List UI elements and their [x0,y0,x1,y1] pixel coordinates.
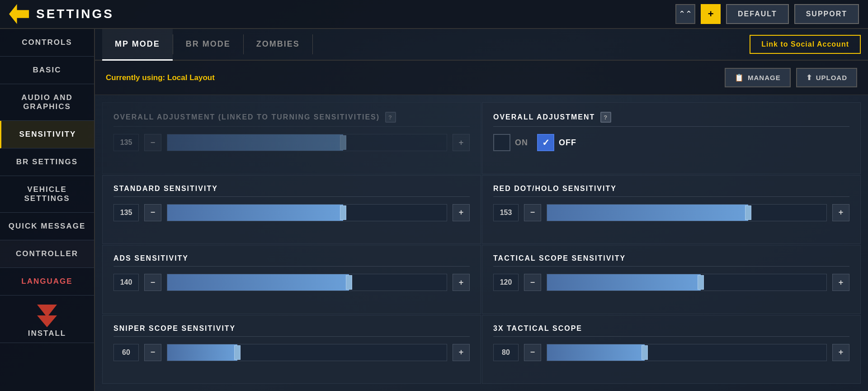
sniper-scope-title: SNIPER SCOPE SENSITIVITY [113,324,470,337]
red-dot-sensitivity-panel: RED DOT/HOLO SENSITIVITY 153 − + [482,175,861,244]
tactical-3x-slider-handle [642,345,648,360]
overall-right-title: OVERALL ADJUSTMENT ? [493,112,849,127]
toggle-on-label: ON [515,138,528,148]
layout-actions: 📋 MANAGE ⬆ UPLOAD [725,68,857,87]
chevron-up-icon[interactable]: ⌃⌃ [675,4,695,24]
tactical-scope-value: 120 [493,274,519,291]
ads-slider-row: 140 − + [113,274,470,291]
ads-slider-track[interactable] [167,274,447,291]
tactical-3x-slider-track[interactable] [547,344,827,361]
ads-sensitivity-panel: ADS SENSITIVITY 140 − + [102,245,481,314]
standard-value: 135 [113,204,139,221]
overall-adjustment-right-panel: OVERALL ADJUSTMENT ? ON ✓ OFF [482,102,861,174]
ads-minus-button[interactable]: − [144,274,161,291]
tactical-3x-slider-row: 80 − + [493,344,849,361]
toggle-off-checkbox[interactable]: ✓ [537,134,554,151]
toggle-on-checkbox[interactable] [493,134,510,151]
tactical-scope-plus-button[interactable]: + [832,274,849,291]
overall-left-slider-track[interactable] [167,134,447,151]
red-dot-slider-row: 153 − + [493,204,849,221]
tactical-scope-minus-button[interactable]: − [524,274,541,291]
sidebar-item-quick-message[interactable]: QUICK MESSAGE [0,213,94,240]
toggle-on-option: ON [493,134,528,151]
top-bar: SETTINGS ⌃⌃ + DEFAULT SUPPORT [0,0,868,29]
tactical-3x-title: 3x TACTICAL SCOPE [493,324,849,337]
sidebar-item-audio-graphics[interactable]: AUDIO AND GRAPHICS [0,84,94,121]
overall-left-minus-button[interactable]: − [144,134,161,151]
overall-right-help-icon[interactable]: ? [600,112,611,123]
sidebar-item-controls[interactable]: CONTROLS [0,29,94,57]
tactical-scope-slider-row: 120 − + [493,274,849,291]
ads-plus-button[interactable]: + [453,274,470,291]
main-layout: CONTROLS BASIC AUDIO AND GRAPHICS SENSIT… [0,29,868,391]
manage-button[interactable]: 📋 MANAGE [725,68,791,87]
ads-slider-handle [346,275,352,290]
sniper-scope-minus-button[interactable]: − [144,344,161,361]
standard-slider-handle [340,205,346,220]
ads-slider-fill [167,274,349,291]
sidebar-item-sensitivity[interactable]: SENSITIVITY [0,121,94,148]
sidebar-item-br-settings[interactable]: BR SETTINGS [0,148,94,176]
red-dot-slider-track[interactable] [547,204,827,221]
sidebar-item-language[interactable]: LANGUAGE [0,268,94,296]
sniper-scope-value: 60 [113,344,139,361]
page-title: SETTINGS [36,7,114,21]
overall-left-slider-fill [167,134,343,151]
sniper-scope-panel: SNIPER SCOPE SENSITIVITY 60 − + [102,315,481,384]
sidebar: CONTROLS BASIC AUDIO AND GRAPHICS SENSIT… [0,29,95,391]
layout-bar: Currently using: Local Layout 📋 MANAGE ⬆… [95,61,868,95]
layout-status: Currently using: Local Layout [106,73,215,82]
sidebar-item-controller[interactable]: CONTROLLER [0,240,94,268]
tab-br-mode[interactable]: BR MODE [173,29,243,61]
tabs-bar: MP MODE BR MODE ZOMBIES Link to Social A… [95,29,868,61]
manage-icon: 📋 [735,73,744,82]
toggle-off-option: ✓ OFF [537,134,576,151]
tactical-3x-plus-button[interactable]: + [832,344,849,361]
install-icon [7,305,87,329]
link-social-button[interactable]: Link to Social Account [750,35,861,54]
standard-slider-fill [167,205,343,221]
tactical-scope-slider-track[interactable] [547,274,827,291]
overall-left-slider-row: 135 − + [113,134,470,151]
overall-left-slider-handle [340,135,346,150]
overall-left-plus-button[interactable]: + [453,134,470,151]
standard-sensitivity-panel: STANDARD SENSITIVITY 135 − + [102,175,481,244]
tactical-3x-value: 80 [493,344,519,361]
upload-button[interactable]: ⬆ UPLOAD [796,68,857,87]
settings-grid: OVERALL ADJUSTMENT (LINKED TO TURNING SE… [95,95,868,391]
default-button[interactable]: DEFAULT [726,4,789,24]
standard-plus-button[interactable]: + [453,204,470,221]
red-dot-minus-button[interactable]: − [524,204,541,221]
sidebar-item-vehicle-settings[interactable]: VEHICLE SETTINGS [0,176,94,213]
sniper-scope-slider-fill [167,344,237,361]
tactical-3x-panel: 3x TACTICAL SCOPE 80 − + [482,315,861,384]
sniper-scope-plus-button[interactable]: + [453,344,470,361]
checkmark-icon: ✓ [542,137,550,148]
overall-adjustment-left-panel: OVERALL ADJUSTMENT (LINKED TO TURNING SE… [102,102,481,174]
tactical-3x-slider-fill [547,344,645,361]
tactical-scope-panel: TACTICAL SCOPE SENSITIVITY 120 − + [482,245,861,314]
tactical-3x-minus-button[interactable]: − [524,344,541,361]
red-dot-plus-button[interactable]: + [832,204,849,221]
toggle-off-label: OFF [559,138,576,148]
sidebar-item-basic[interactable]: BASIC [0,57,94,84]
sniper-scope-slider-handle [234,345,241,360]
back-button[interactable] [9,4,29,24]
support-button[interactable]: SUPPORT [794,4,859,24]
overall-left-help-icon[interactable]: ? [385,112,396,123]
sniper-scope-slider-track[interactable] [167,344,447,361]
sidebar-item-install[interactable]: INSTALL [0,296,94,343]
add-button[interactable]: + [701,4,721,24]
top-bar-actions: ⌃⌃ + DEFAULT SUPPORT [675,4,859,24]
standard-minus-button[interactable]: − [144,204,161,221]
tab-mp-mode[interactable]: MP MODE [102,29,173,61]
ads-title: ADS SENSITIVITY [113,254,470,267]
tactical-scope-title: TACTICAL SCOPE SENSITIVITY [493,254,849,267]
tactical-scope-slider-handle [698,275,704,290]
tactical-scope-slider-fill [547,274,701,291]
tab-divider-3 [312,34,313,54]
tab-zombies[interactable]: ZOMBIES [244,29,312,61]
standard-slider-track[interactable] [167,204,447,221]
standard-sensitivity-title: STANDARD SENSITIVITY [113,185,470,197]
overall-left-title: OVERALL ADJUSTMENT (LINKED TO TURNING SE… [113,112,470,127]
